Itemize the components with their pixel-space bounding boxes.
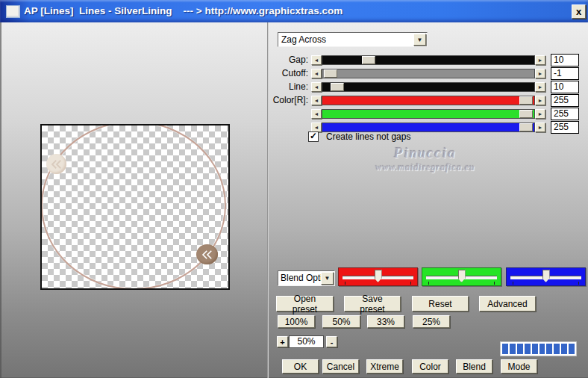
- preview-ornament-dark: [196, 244, 218, 264]
- preview-ornament-light: [46, 154, 66, 174]
- slider-left-arrow-icon[interactable]: ◄: [311, 55, 322, 65]
- advanced-button[interactable]: Advanced: [479, 296, 536, 312]
- slider-track[interactable]: [322, 82, 535, 92]
- blend-channel-red[interactable]: [338, 267, 418, 286]
- slider-row-gap: Gap: ◄ ► 10: [0, 55, 588, 65]
- save-preset-button[interactable]: Save preset: [344, 296, 401, 312]
- open-preset-button[interactable]: Open preset: [276, 296, 334, 312]
- tick-mark: [345, 282, 345, 285]
- progress-segment: [554, 344, 560, 354]
- tick-mark: [428, 282, 429, 285]
- progress-bar: [500, 341, 577, 356]
- slider-thumb[interactable]: [331, 83, 344, 91]
- blend-options-dropdown[interactable]: Blend Opti ▼: [278, 270, 335, 286]
- ok-button[interactable]: OK: [282, 359, 319, 374]
- slider-value-field[interactable]: -1: [551, 67, 579, 80]
- watermark-site: www.maidiregrafica.eu: [336, 162, 515, 173]
- zoom-100-button[interactable]: 100%: [278, 315, 315, 328]
- slider-right-arrow-icon[interactable]: ►: [535, 55, 545, 65]
- zoom-out-button[interactable]: -: [326, 336, 337, 347]
- create-lines-label: Create lines not gaps: [326, 131, 410, 142]
- app-icon: [6, 5, 20, 18]
- preview-canvas[interactable]: [40, 124, 230, 290]
- window-title: AP [Lines] Lines - SilverLining --- > ht…: [24, 0, 343, 22]
- zoom-level-field[interactable]: 50%: [289, 335, 324, 348]
- line-style-dropdown-value: Zag Across: [278, 33, 427, 46]
- slider-row-color-g: ◄ ► 255: [0, 109, 588, 119]
- preview-circle-outline: [41, 124, 226, 290]
- plugin-dialog-window: AP [Lines] Lines - SilverLining --- > ht…: [0, 0, 588, 378]
- check-icon: ✓: [310, 131, 317, 141]
- progress-segment: [539, 344, 545, 354]
- slider-value-field[interactable]: 255: [551, 108, 579, 120]
- progress-segment: [561, 344, 567, 354]
- chevron-left-icon: [50, 158, 63, 170]
- slider-value-field[interactable]: 10: [551, 81, 579, 93]
- slider-thumb[interactable]: [324, 69, 337, 78]
- slider-left-arrow-icon[interactable]: ◄: [311, 69, 322, 78]
- line-style-dropdown[interactable]: Zag Across ▼: [278, 32, 428, 47]
- slider-right-arrow-icon[interactable]: ►: [535, 69, 545, 78]
- slider-label: Cutoff:: [239, 69, 308, 78]
- chevron-down-icon[interactable]: ▼: [321, 272, 334, 285]
- tick-mark: [410, 282, 411, 285]
- progress-segment: [502, 344, 508, 354]
- zoom-50-button[interactable]: 50%: [322, 315, 360, 328]
- slider-value-field[interactable]: 10: [551, 54, 579, 66]
- trackbar-thumb[interactable]: [458, 270, 466, 282]
- close-icon: x: [576, 6, 581, 17]
- tick-mark: [578, 282, 579, 285]
- slider-value-field[interactable]: 255: [551, 94, 579, 107]
- create-lines-checkbox[interactable]: ✓: [308, 131, 319, 142]
- slider-left-arrow-icon[interactable]: ◄: [311, 82, 322, 92]
- progress-segment: [546, 344, 552, 354]
- slider-label: Line:: [239, 82, 308, 92]
- slider-left-arrow-icon[interactable]: ◄: [311, 96, 322, 105]
- chevron-down-icon[interactable]: ▼: [413, 34, 426, 46]
- slider-right-arrow-icon[interactable]: ►: [535, 82, 545, 92]
- close-button[interactable]: x: [572, 4, 586, 19]
- tick-mark: [494, 282, 495, 285]
- xtreme-button[interactable]: Xtreme: [366, 359, 403, 374]
- slider-label: Color[R]:: [239, 96, 308, 105]
- zoom-25-button[interactable]: 25%: [413, 315, 450, 328]
- slider-track[interactable]: [322, 55, 535, 65]
- watermark: Pinuccia www.maidiregrafica.eu: [336, 145, 515, 173]
- color-button[interactable]: Color: [412, 359, 448, 374]
- slider-left-arrow-icon[interactable]: ◄: [311, 109, 322, 119]
- progress-segment: [510, 344, 516, 354]
- blend-channel-blue[interactable]: [506, 267, 586, 286]
- slider-right-arrow-icon[interactable]: ►: [535, 96, 545, 105]
- progress-segment: [525, 344, 531, 354]
- slider-row-line: Line: ◄ ► 10: [0, 82, 588, 92]
- slider-right-arrow-icon[interactable]: ►: [535, 109, 545, 119]
- slider-label: Gap:: [239, 55, 308, 65]
- zoom-33-button[interactable]: 33%: [367, 315, 404, 328]
- tick-mark: [513, 282, 513, 285]
- trackbar-thumb[interactable]: [542, 270, 550, 282]
- slider-thumb[interactable]: [519, 110, 533, 118]
- progress-segment: [517, 344, 523, 354]
- slider-row-color-b: ◄ ► 255: [0, 123, 588, 132]
- mode-button[interactable]: Mode: [501, 359, 537, 374]
- progress-segment: [532, 344, 538, 354]
- slider-thumb[interactable]: [519, 96, 533, 105]
- blend-channel-green[interactable]: [422, 267, 501, 286]
- blend-button[interactable]: Blend: [456, 359, 492, 374]
- slider-value-field[interactable]: 255: [551, 121, 579, 134]
- title-bar: AP [Lines] Lines - SilverLining --- > ht…: [0, 0, 588, 22]
- watermark-name: Pinuccia: [336, 145, 515, 161]
- cancel-button[interactable]: Cancel: [322, 359, 359, 374]
- slider-track[interactable]: [322, 109, 535, 119]
- slider-thumb[interactable]: [519, 123, 533, 131]
- slider-track[interactable]: [322, 96, 535, 105]
- slider-right-arrow-icon[interactable]: ►: [535, 123, 545, 132]
- slider-thumb[interactable]: [362, 56, 375, 64]
- progress-segment: [569, 344, 575, 354]
- slider-row-color-r: Color[R]: ◄ ► 255: [0, 96, 588, 105]
- slider-track[interactable]: [322, 69, 535, 78]
- zoom-in-button[interactable]: +: [277, 336, 288, 347]
- trackbar-thumb[interactable]: [375, 270, 382, 282]
- reset-button[interactable]: Reset: [412, 296, 469, 312]
- slider-row-cutoff: Cutoff: ◄ ► -1: [0, 69, 588, 78]
